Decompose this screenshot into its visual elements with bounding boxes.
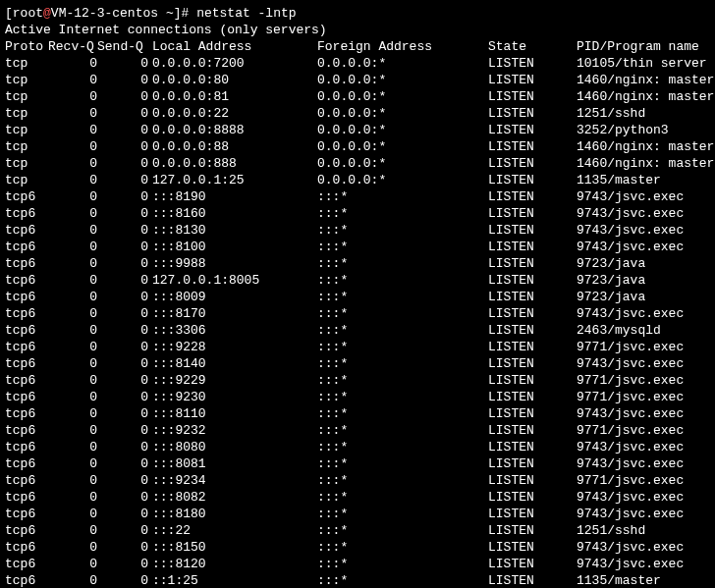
cell-recvq: 0 <box>48 556 97 572</box>
cell-sendq: 0 <box>97 88 148 105</box>
col-state-header: State <box>488 38 577 55</box>
prompt-line[interactable]: [root@VM-12-3-centos ~]# netstat -lntp <box>5 5 710 22</box>
cell-local: :::8110 <box>148 405 317 422</box>
cell-state: LISTEN <box>488 372 577 389</box>
cell-state: LISTEN <box>488 305 577 322</box>
cell-sendq: 0 <box>97 188 148 205</box>
table-row: tcp600:::8140:::*LISTEN9743/jsvc.exec <box>5 355 710 372</box>
cell-state: LISTEN <box>488 105 577 122</box>
cell-foreign: 0.0.0.0:* <box>317 155 488 172</box>
header-active: Active Internet connections (only server… <box>5 22 710 38</box>
cell-local: :::9234 <box>148 472 317 489</box>
cell-local: 0.0.0.0:7200 <box>148 55 317 72</box>
cell-recvq: 0 <box>48 539 97 556</box>
cell-foreign: 0.0.0.0:* <box>317 72 488 88</box>
cell-pid: 1460/nginx: master <box>577 72 714 88</box>
cell-sendq: 0 <box>97 439 148 455</box>
cell-recvq: 0 <box>48 405 97 422</box>
cell-recvq: 0 <box>48 339 97 355</box>
cell-state: LISTEN <box>488 88 577 105</box>
table-row: tcp600:::8009:::*LISTEN9723/java <box>5 289 710 305</box>
cell-recvq: 0 <box>48 88 97 105</box>
netstat-rows: tcp000.0.0.0:72000.0.0.0:*LISTEN10105/th… <box>5 55 710 588</box>
table-row: tcp600:::22:::*LISTEN1251/sshd <box>5 522 710 539</box>
cell-state: LISTEN <box>488 522 577 539</box>
cell-state: LISTEN <box>488 138 577 155</box>
cell-state: LISTEN <box>488 188 577 205</box>
cell-proto: tcp6 <box>5 556 48 572</box>
cell-pid: 9743/jsvc.exec <box>577 205 684 222</box>
cell-foreign: :::* <box>317 506 488 522</box>
table-row: tcp600:::8081:::*LISTEN9743/jsvc.exec <box>5 455 710 472</box>
cell-foreign: :::* <box>317 272 488 289</box>
cell-local: :::9228 <box>148 339 317 355</box>
cell-sendq: 0 <box>97 138 148 155</box>
cell-foreign: :::* <box>317 489 488 506</box>
cell-proto: tcp6 <box>5 539 48 556</box>
cell-foreign: 0.0.0.0:* <box>317 122 488 138</box>
table-row: tcp000.0.0.0:800.0.0.0:*LISTEN1460/nginx… <box>5 72 710 88</box>
cell-pid: 9771/jsvc.exec <box>577 372 684 389</box>
cell-proto: tcp6 <box>5 472 48 489</box>
cell-state: LISTEN <box>488 506 577 522</box>
cell-state: LISTEN <box>488 222 577 239</box>
cell-local: :::8082 <box>148 489 317 506</box>
cell-pid: 9723/java <box>577 289 645 305</box>
cell-recvq: 0 <box>48 55 97 72</box>
table-row: tcp000.0.0.0:810.0.0.0:*LISTEN1460/nginx… <box>5 88 710 105</box>
table-row: tcp600:::8130:::*LISTEN9743/jsvc.exec <box>5 222 710 239</box>
cell-local: :::9988 <box>148 255 317 272</box>
cell-local: :::8080 <box>148 439 317 455</box>
cell-recvq: 0 <box>48 188 97 205</box>
table-row: tcp600:::9232:::*LISTEN9771/jsvc.exec <box>5 422 710 439</box>
cell-foreign: :::* <box>317 439 488 455</box>
cell-foreign: :::* <box>317 389 488 405</box>
cell-sendq: 0 <box>97 255 148 272</box>
cell-foreign: :::* <box>317 422 488 439</box>
cell-local: 0.0.0.0:888 <box>148 155 317 172</box>
cell-pid: 9743/jsvc.exec <box>577 556 684 572</box>
cell-foreign: :::* <box>317 539 488 556</box>
cell-state: LISTEN <box>488 539 577 556</box>
cell-state: LISTEN <box>488 472 577 489</box>
col-pid-header: PID/Program name <box>577 38 699 55</box>
cell-pid: 1251/sshd <box>577 522 645 539</box>
cell-sendq: 0 <box>97 422 148 439</box>
cell-sendq: 0 <box>97 322 148 339</box>
cell-local: :::8140 <box>148 355 317 372</box>
table-row: tcp000.0.0.0:880.0.0.0:*LISTEN1460/nginx… <box>5 138 710 155</box>
cell-pid: 1135/master <box>577 572 661 588</box>
cell-state: LISTEN <box>488 172 577 188</box>
cell-pid: 9743/jsvc.exec <box>577 188 684 205</box>
cell-pid: 9743/jsvc.exec <box>577 239 684 255</box>
table-row: tcp600127.0.0.1:8005:::*LISTEN9723/java <box>5 272 710 289</box>
cell-sendq: 0 <box>97 405 148 422</box>
cell-state: LISTEN <box>488 489 577 506</box>
cell-local: ::1:25 <box>148 572 317 588</box>
cell-foreign: :::* <box>317 305 488 322</box>
cell-recvq: 0 <box>48 305 97 322</box>
cell-pid: 9743/jsvc.exec <box>577 489 684 506</box>
cell-pid: 3252/python3 <box>577 122 669 138</box>
cell-foreign: :::* <box>317 205 488 222</box>
cell-recvq: 0 <box>48 289 97 305</box>
cell-pid: 1460/nginx: master <box>577 155 714 172</box>
cell-recvq: 0 <box>48 455 97 472</box>
cell-local: :::3306 <box>148 322 317 339</box>
cell-recvq: 0 <box>48 205 97 222</box>
cell-recvq: 0 <box>48 222 97 239</box>
cell-proto: tcp6 <box>5 305 48 322</box>
cell-sendq: 0 <box>97 272 148 289</box>
cell-local: :::9232 <box>148 422 317 439</box>
cell-pid: 9771/jsvc.exec <box>577 422 684 439</box>
table-row: tcp600:::8080:::*LISTEN9743/jsvc.exec <box>5 439 710 455</box>
cell-sendq: 0 <box>97 105 148 122</box>
cell-sendq: 0 <box>97 506 148 522</box>
cell-local: :::8009 <box>148 289 317 305</box>
cell-local: :::8130 <box>148 222 317 239</box>
cell-sendq: 0 <box>97 339 148 355</box>
cell-state: LISTEN <box>488 289 577 305</box>
cell-foreign: :::* <box>317 255 488 272</box>
cell-state: LISTEN <box>488 239 577 255</box>
cell-state: LISTEN <box>488 339 577 355</box>
